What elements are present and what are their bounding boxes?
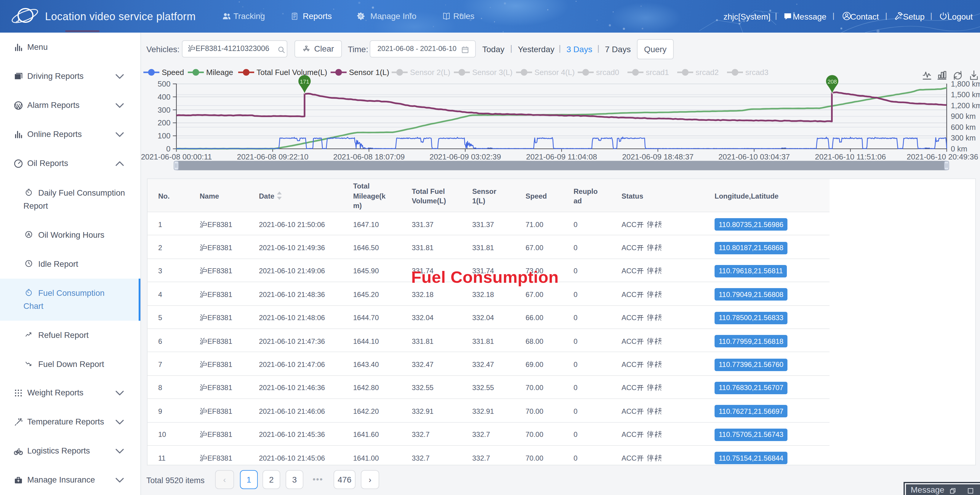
svg-text:171: 171 — [300, 78, 309, 85]
svg-text:Sensor 4(L): Sensor 4(L) — [535, 68, 575, 77]
svg-text:Sensor 2(L): Sensor 2(L) — [410, 68, 450, 77]
svg-text:2021-06-08 18:07:09: 2021-06-08 18:07:09 — [333, 152, 405, 161]
svg-text:Speed: Speed — [162, 68, 184, 77]
svg-text:2021-06-09 11:04:08: 2021-06-09 11:04:08 — [526, 152, 597, 161]
svg-text:1,500 km: 1,500 km — [951, 90, 980, 99]
svg-text:srcad1: srcad1 — [646, 68, 669, 77]
svg-text:Sensor 3(L): Sensor 3(L) — [472, 68, 512, 77]
svg-text:2021-06-08 09:22:10: 2021-06-08 09:22:10 — [237, 152, 309, 161]
svg-text:100: 100 — [158, 131, 170, 140]
svg-text:srcad0: srcad0 — [596, 68, 619, 77]
svg-text:208: 208 — [827, 78, 837, 85]
svg-text:2021-06-08 00:00:11: 2021-06-08 00:00:11 — [141, 152, 212, 161]
svg-text:Mileage: Mileage — [206, 68, 233, 77]
svg-text:0: 0 — [166, 144, 170, 153]
svg-text:900 km: 900 km — [951, 112, 976, 120]
svg-text:300: 300 — [158, 105, 170, 114]
svg-text:1,200 km: 1,200 km — [951, 101, 980, 110]
svg-text:srcad2: srcad2 — [695, 68, 719, 77]
svg-text:2021-06-10 20:49:36: 2021-06-10 20:49:36 — [907, 152, 978, 161]
svg-text:400: 400 — [158, 93, 170, 101]
svg-text:2021-06-10 11:51:06: 2021-06-10 11:51:06 — [815, 152, 886, 161]
svg-text:0 km: 0 km — [951, 145, 967, 153]
svg-text:2021-06-09 18:48:37: 2021-06-09 18:48:37 — [622, 152, 694, 161]
svg-text:Sensor 1(L): Sensor 1(L) — [349, 68, 389, 77]
svg-text:2021-06-09 03:02:39: 2021-06-09 03:02:39 — [430, 152, 501, 161]
svg-text:200: 200 — [158, 118, 170, 127]
svg-text:600 km: 600 km — [951, 123, 976, 131]
svg-text:300 km: 300 km — [951, 134, 976, 142]
svg-text:1,800 km: 1,800 km — [951, 80, 980, 88]
svg-text:2021-06-10 03:04:37: 2021-06-10 03:04:37 — [718, 152, 790, 161]
svg-text:srcad3: srcad3 — [745, 68, 768, 77]
svg-text:500: 500 — [158, 80, 170, 88]
svg-text:Total Fuel Volume(L): Total Fuel Volume(L) — [256, 68, 327, 77]
